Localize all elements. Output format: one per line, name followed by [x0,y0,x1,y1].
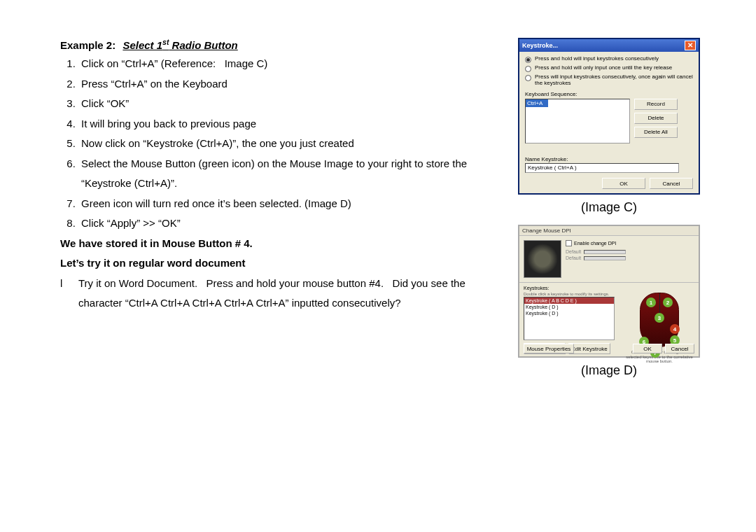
mouse-button-2[interactable]: 2 [663,298,673,307]
step-5: Now click on “Keystroke (Ctrl+A)”, the o… [78,134,503,154]
steps-list: Click on “Ctrl+A” (Reference: Image C) P… [78,54,503,234]
close-icon[interactable]: ✕ [685,41,696,50]
radio-3[interactable] [525,75,531,81]
radio-2-label: Press and hold will only input once unti… [535,65,672,71]
sequence-item[interactable]: Ctrl+A [526,99,548,107]
keystroke-dialog: Keystroke... ✕ Press and hold will input… [518,38,700,195]
mouse-properties-button[interactable]: Mouse Properties [524,344,574,354]
step-3: Click “OK” [78,94,503,114]
example-number: Example 2: [60,39,115,51]
mouse-icon: 1 2 3 4 5 6 7 [640,293,679,347]
example-heading: Example 2: Select 1st Radio Button [60,38,503,51]
mouse-button-4[interactable]: 4 [670,324,680,334]
mouse-button-3[interactable]: 3 [654,313,664,323]
dpi-ok-button[interactable]: OK [633,344,662,354]
dialog-titlebar: Keystroke... ✕ [519,39,699,52]
sequence-listbox[interactable]: Ctrl+A [525,99,630,144]
default-label-1: Default [566,249,581,254]
dialog-title: Keystroke... [522,42,685,49]
dpi-cancel-button[interactable]: Cancel [665,344,694,354]
delete-all-button[interactable]: Delete All [634,127,678,138]
step-7: Green icon will turn red once it’s been … [78,194,503,214]
delete-button[interactable]: Delete [634,113,678,124]
keystrokes-listbox[interactable]: Keystroke ( A B C D E ) Keystroke ( D ) … [524,297,615,340]
cancel-button[interactable]: Cancel [650,178,693,189]
bullet-marker: l [60,274,78,314]
change-dpi-dialog: Change Mouse DPI Enable change DPI Defau… [518,225,700,358]
list-item[interactable]: Keystroke ( D ) [524,310,614,316]
images-column: Keystroke... ✕ Press and hold will input… [511,38,707,504]
try-bullet-text: Try it on Word Document. Press and hold … [78,274,503,314]
ok-button[interactable]: OK [602,178,645,189]
dpi-slider-1[interactable] [584,250,626,254]
mouse-button-1[interactable]: 1 [646,298,656,307]
step-1: Click on “Ctrl+A” (Reference: Image C) [78,54,503,74]
keyboard-sequence-label: Keyboard Sequence: [525,91,693,97]
enable-dpi-checkbox[interactable] [566,240,572,246]
example-title: Select 1st Radio Button [122,39,237,51]
step-2: Press “Ctrl+A” on the Keyboard [78,74,503,94]
step-6: Select the Mouse Button (green icon) on … [78,154,503,194]
radio-1-label: Press and hold will input keystrokes con… [535,56,659,62]
keystrokes-label: Keystrokes: [524,286,620,290]
image-c-caption: (Image C) [581,200,637,215]
dpi-title: Change Mouse DPI [522,227,571,234]
list-item[interactable]: Keystroke ( A B C D E ) [524,298,614,304]
dpi-slider-2[interactable] [584,256,626,260]
try-bullet-row: l Try it on Word Document. Press and hol… [60,274,503,314]
radio-3-label: Press will input keystrokes consecutivel… [535,74,693,87]
try-heading: Let’s try it on regular word document [60,253,503,274]
enable-dpi-label: Enable change DPI [574,241,616,246]
dpi-icon [524,240,561,278]
instructions-column: Example 2: Select 1st Radio Button Click… [60,38,511,504]
stored-note: We have stored it in Mouse Button # 4. [60,234,503,254]
edit-keystroke-button[interactable]: Edit Keystroke [568,343,610,354]
default-label-2: Default [566,255,581,260]
radio-2[interactable] [525,66,531,72]
list-item[interactable]: Keystroke ( D ) [524,304,614,310]
step-8: Click “Apply” >> “OK” [78,214,503,234]
step-4: It will bring you back to previous page [78,114,503,134]
name-keystroke-input[interactable]: Keystroke ( Ctrl+A ) [525,163,679,173]
keystrokes-hint: Double click a keystroke to modify its s… [524,292,620,296]
dpi-titlebar: Change Mouse DPI [519,226,699,236]
radio-1[interactable] [525,57,531,63]
record-button[interactable]: Record [634,99,678,110]
name-keystroke-label: Name Keystroke: [525,156,693,162]
